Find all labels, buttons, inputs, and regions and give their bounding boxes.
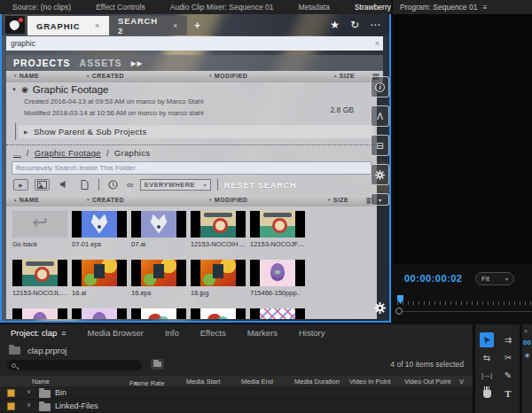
tab-effects[interactable]: Effects: [190, 328, 237, 338]
chevron-down-icon[interactable]: ∨: [27, 401, 31, 409]
project-file-row[interactable]: clap.prproj: [9, 346, 66, 355]
asset-tile[interactable]: [191, 308, 247, 319]
double-chevron-icon[interactable]: ▶▶: [131, 59, 144, 67]
asset-thumb[interactable]: [72, 308, 127, 319]
asset-tile[interactable]: [12, 308, 69, 319]
panel-menu-icon[interactable]: ≡: [482, 3, 487, 12]
track-select-forward-tool[interactable]: ⇉: [501, 332, 515, 347]
close-tab-icon[interactable]: ×: [173, 21, 178, 30]
asset-thumb[interactable]: [12, 260, 67, 286]
asset-tile[interactable]: 07.ai: [131, 211, 188, 248]
reset-search-button[interactable]: RESET SEARCH: [224, 180, 297, 190]
column-video-out-point[interactable]: Video Out Point: [404, 378, 450, 386]
tab-media-browser[interactable]: Media Browser: [77, 328, 154, 338]
favorite-star-icon[interactable]: ★: [330, 19, 340, 31]
zoom-level-dropdown[interactable]: Fit ▾: [475, 272, 514, 285]
table-row-bin[interactable]: ∨ Bin: [0, 386, 473, 400]
filter-image-button[interactable]: [35, 179, 50, 191]
collapse-icon[interactable]: ▼: [12, 87, 17, 92]
asset-tile[interactable]: [250, 308, 307, 319]
asset-thumb[interactable]: [131, 308, 186, 319]
show-parent-sub-projects[interactable]: ▶ Show Parent & Sub Projects: [19, 125, 373, 138]
tab-effect-controls[interactable]: Effect Controls: [83, 0, 158, 14]
more-options-icon[interactable]: ⋯: [370, 19, 380, 31]
panel-divider[interactable]: [391, 0, 393, 323]
infinity-icon[interactable]: ∞: [127, 180, 134, 190]
panel-menu-icon[interactable]: ≡: [61, 329, 66, 338]
asset-tile[interactable]: 16.eps: [131, 260, 188, 297]
asset-thumb[interactable]: [131, 260, 186, 286]
export-settings-button[interactable]: [371, 164, 389, 185]
label-color-swatch[interactable]: [7, 402, 15, 410]
tab-audio-clip-mixer[interactable]: Audio Clip Mixer: Sequence 01: [158, 0, 286, 14]
panel-divider[interactable]: [520, 324, 522, 413]
close-tab-icon[interactable]: ×: [524, 328, 528, 334]
strawberry-tab-search2[interactable]: SEARCH 2 ×: [109, 16, 187, 35]
asset-thumb[interactable]: [250, 260, 305, 286]
column-modified[interactable]: ▼MODIFIED: [208, 197, 247, 203]
strawberry-logo-icon[interactable]: [5, 16, 25, 34]
column-name[interactable]: ▼NAME: [13, 73, 39, 79]
asset-thumb[interactable]: [191, 308, 246, 319]
column-frame-rate[interactable]: Frame Rate ∧: [129, 378, 133, 386]
info-button[interactable]: i: [371, 76, 389, 97]
panel-divider[interactable]: [0, 323, 532, 324]
tab-info[interactable]: Info: [154, 328, 190, 338]
program-viewer[interactable]: [393, 14, 532, 264]
tab-project-clap[interactable]: Project: clap ≡: [0, 328, 77, 338]
asset-thumb[interactable]: [191, 260, 246, 286]
asset-tile[interactable]: 16.ai: [72, 260, 129, 297]
asset-tile[interactable]: 12153-NOCOIH....: [191, 211, 247, 248]
tab-markers[interactable]: Markers: [237, 328, 288, 338]
table-row-linked-files[interactable]: ∨ Linked-Files: [0, 400, 473, 413]
asset-thumb[interactable]: [72, 260, 127, 286]
snap-icon[interactable]: ∗: [524, 351, 531, 360]
column-size[interactable]: ▲SIZE: [333, 73, 355, 79]
filter-time-button[interactable]: [106, 179, 121, 191]
tab-history[interactable]: History: [288, 328, 336, 338]
filter-audio-button[interactable]: [56, 179, 71, 191]
project-row-graphic-footage[interactable]: ▼ ◉ Graphic Footage Created 2016-04-13 a…: [6, 82, 377, 119]
asset-thumb[interactable]: [131, 211, 186, 238]
column-video-clipped[interactable]: V: [459, 378, 464, 386]
filter-video-button[interactable]: ▶: [13, 179, 28, 191]
breadcrumb-parent[interactable]: Graphic Footage: [35, 148, 101, 158]
asset-thumb[interactable]: [250, 211, 305, 238]
archive-button[interactable]: ⊟: [371, 135, 389, 156]
razor-tool[interactable]: ✂: [501, 350, 515, 365]
filter-document-button[interactable]: [77, 179, 92, 191]
pen-tool[interactable]: ✎: [501, 368, 515, 383]
asset-tile[interactable]: 715466-150ppp..: [250, 260, 307, 297]
column-media-duration[interactable]: Media Duration: [294, 378, 340, 386]
selection-tool[interactable]: ➤: [480, 332, 494, 347]
clear-search-icon[interactable]: ×: [375, 39, 379, 48]
tab-source[interactable]: Source: (no clips): [0, 0, 83, 14]
nav-assets[interactable]: ASSETS: [80, 58, 122, 68]
type-tool[interactable]: T: [501, 386, 515, 401]
go-back-tile[interactable]: ↩ Go back: [12, 211, 69, 248]
scrollbar-handle[interactable]: [395, 308, 403, 315]
column-created[interactable]: ▼CREATED: [86, 197, 124, 203]
close-tab-icon[interactable]: ×: [95, 21, 100, 30]
strawberry-tab-graphic[interactable]: GRAPHIC ×: [27, 16, 109, 35]
asset-thumb[interactable]: [12, 308, 67, 319]
column-video-in-point[interactable]: Video In Point: [349, 378, 391, 386]
go-back-thumb[interactable]: ↩: [12, 211, 67, 238]
asset-thumb[interactable]: [72, 211, 127, 238]
timeline-panel-edge[interactable]: × 00 ∗: [522, 324, 532, 413]
search-input[interactable]: [6, 36, 383, 51]
panel-divider[interactable]: [473, 324, 475, 413]
asset-tile[interactable]: 12153-NOCOJL....: [12, 260, 69, 297]
asset-tile[interactable]: 07-01.eps: [72, 211, 129, 248]
program-time-ruler[interactable]: [397, 294, 532, 305]
column-created[interactable]: ▲CREATED: [86, 73, 124, 79]
recursive-search-input[interactable]: [12, 161, 372, 175]
breadcrumb-ellipsis[interactable]: ...: [13, 148, 21, 158]
new-bin-button[interactable]: [151, 359, 164, 370]
asset-tile[interactable]: [72, 308, 129, 319]
hand-tool[interactable]: [480, 386, 494, 401]
everywhere-dropdown[interactable]: EVERYWHERE ▾: [140, 179, 211, 191]
slip-tool[interactable]: |↔|: [480, 368, 494, 383]
tab-metadata[interactable]: Metadata: [286, 0, 341, 14]
collapse-toolbar-button[interactable]: ▾: [371, 193, 389, 206]
